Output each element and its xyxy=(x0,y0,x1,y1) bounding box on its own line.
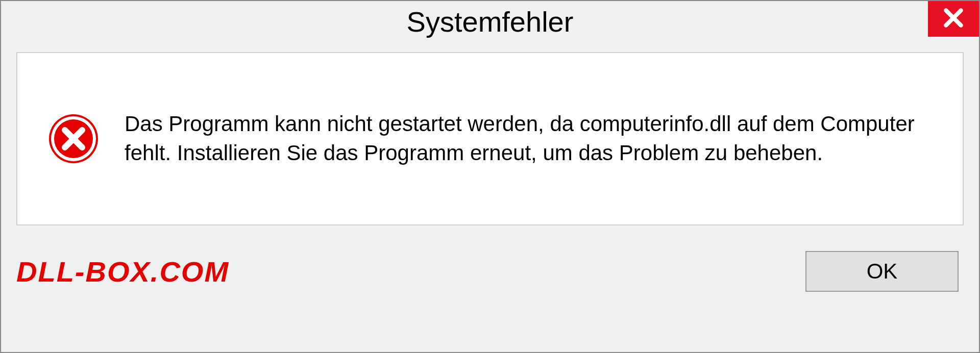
footer: DLL-BOX.COM OK xyxy=(1,241,979,307)
content-panel: Das Programm kann nicht gestartet werden… xyxy=(16,52,964,225)
dialog-title: Systemfehler xyxy=(407,5,574,38)
close-icon xyxy=(942,7,965,31)
watermark-text: DLL-BOX.COM xyxy=(16,255,229,288)
titlebar: Systemfehler xyxy=(1,1,979,42)
ok-button[interactable]: OK xyxy=(805,251,959,292)
error-icon xyxy=(48,113,99,164)
error-dialog: Systemfehler Das Programm kann nicht ges… xyxy=(0,0,980,353)
close-button[interactable] xyxy=(928,1,979,37)
error-message: Das Programm kann nicht gestartet werden… xyxy=(125,110,942,167)
